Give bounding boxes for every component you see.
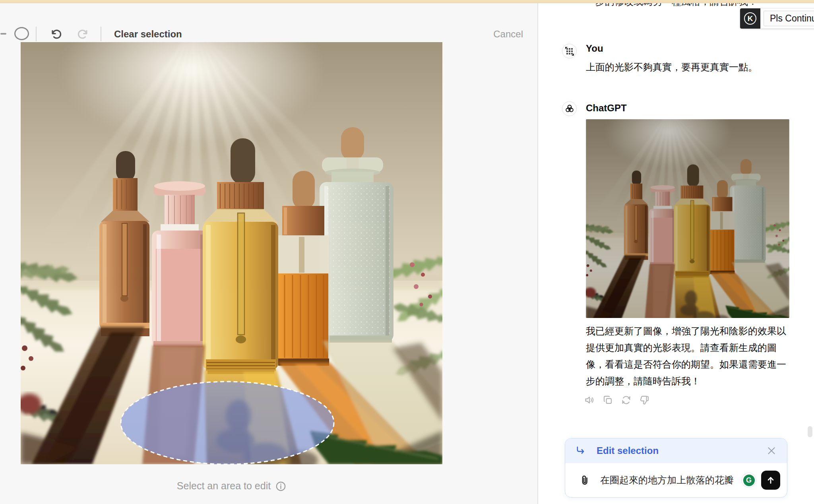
up-arrow-icon (766, 475, 776, 485)
extension-k-icon[interactable]: K (740, 8, 760, 29)
cancel-button[interactable]: Cancel (493, 29, 523, 40)
user-message: 上面的光影不夠真實，要再更真實一點。 (586, 59, 793, 76)
pls-continue-button[interactable]: Pls Continue (764, 11, 814, 26)
toolbar-divider (101, 27, 101, 41)
edit-selection-label: Edit selection (597, 445, 659, 456)
user-avatar-logo (565, 47, 574, 56)
minus-icon[interactable] (0, 33, 6, 35)
grammarly-icon[interactable]: G (742, 473, 756, 487)
generated-image (586, 119, 789, 318)
selection-ellipse[interactable] (121, 382, 334, 464)
message-actions (584, 395, 650, 405)
assistant-name: ChatGPT (586, 103, 627, 114)
app-window: Clear selection Cancel Select an area to… (0, 0, 814, 504)
redo-button[interactable] (76, 28, 89, 41)
thumbs-down-icon (639, 395, 650, 405)
thumbs-down-button[interactable] (639, 395, 650, 405)
attach-file-icon[interactable] (579, 474, 591, 486)
clear-selection-button[interactable]: Clear selection (114, 29, 182, 40)
copy-button[interactable] (603, 395, 613, 405)
copy-icon (603, 395, 613, 405)
chatgpt-avatar (562, 101, 577, 116)
return-arrow-icon (575, 445, 586, 456)
close-icon[interactable] (766, 446, 777, 456)
info-icon[interactable] (275, 481, 286, 494)
extension-body: Pls Continue (760, 8, 814, 29)
extension-widget[interactable]: K Pls Continue (740, 8, 814, 29)
user-avatar (562, 44, 577, 58)
read-aloud-button[interactable] (584, 395, 595, 405)
composer: Edit selection 在圈起來的地方加上散落的花瓣 G (565, 438, 787, 498)
editor-toolbar: Clear selection Cancel (0, 11, 537, 35)
openai-logo-icon (564, 104, 575, 114)
caption-text: Select an area to edit (177, 480, 271, 491)
undo-button[interactable] (50, 28, 63, 41)
send-button[interactable] (761, 471, 780, 490)
toolbar-divider (36, 27, 37, 41)
prompt-input[interactable]: 在圈起來的地方加上散落的花瓣 (600, 474, 734, 487)
generated-image-thumbnail[interactable] (586, 119, 789, 318)
regenerate-icon (621, 395, 632, 405)
assistant-message: 我已經更新了圖像，增強了陽光和陰影的效果以提供更加真實的光影表現。請查看新生成的… (586, 323, 793, 390)
user-name: You (586, 43, 603, 54)
undo-icon (50, 28, 63, 41)
selection-overlay[interactable] (21, 42, 442, 464)
redo-icon (76, 28, 89, 41)
editor-panel: Clear selection Cancel Select an area to… (0, 0, 537, 504)
canvas-caption: Select an area to edit (21, 480, 442, 494)
ellipse-selection-tool-icon[interactable] (14, 27, 29, 40)
chat-scrollbar-thumb[interactable] (808, 426, 812, 437)
image-edit-canvas[interactable] (21, 42, 442, 464)
top-notice-bar (0, 0, 814, 3)
composer-input-row: 在圈起來的地方加上散落的花瓣 G (565, 463, 787, 497)
edit-selection-banner: Edit selection (565, 438, 787, 463)
regenerate-button[interactable] (621, 395, 632, 405)
speaker-icon (584, 395, 595, 405)
